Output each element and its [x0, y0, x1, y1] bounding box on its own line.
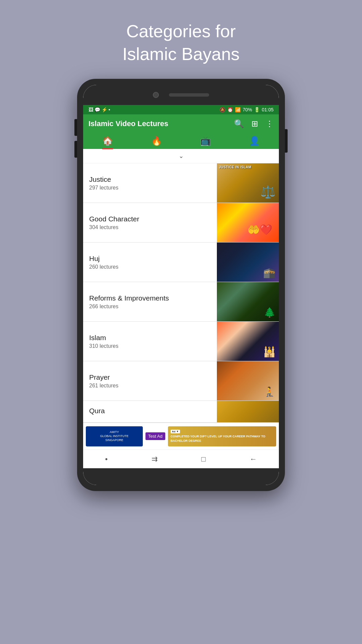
nav-tabs: 🏠 🔥 📺 👤 [83, 133, 279, 149]
search-icon[interactable]: 🔍 [234, 119, 244, 128]
category-info: Islam 310 lectures [83, 322, 217, 361]
user-icon: 👤 [249, 136, 260, 146]
category-info: Justice 297 lectures [83, 163, 217, 203]
category-count: 266 lectures [89, 304, 211, 310]
front-camera [153, 92, 159, 98]
category-info: Qura [83, 401, 217, 422]
phone-bottom [83, 468, 279, 485]
status-left-icons: 🖼 💬 ⚡ • [88, 107, 110, 112]
ad-promo-text: COMPLETED YOUR DIP? LEVEL UP YOUR CAREER… [171, 434, 274, 443]
app-bar: Islamic Video Lectures 🔍 ⊞ ⋮ [83, 114, 279, 133]
category-item-prayer[interactable]: Prayer 261 lectures 🧎 [83, 361, 279, 401]
ad-banner[interactable]: AMITY GLOBAL INSTITUTE SINGAPORE Test Ad… [83, 423, 279, 449]
category-thumbnail-prayer: 🧎 [217, 361, 279, 400]
category-thumbnail-islam: 🕌 [217, 322, 279, 361]
category-info: Good Character 304 lectures [83, 203, 217, 242]
category-item-good-character[interactable]: Good Character 304 lectures 🤲❤️ [83, 203, 279, 243]
kaaba-icon: 🕋 [263, 267, 276, 278]
category-item-reforms[interactable]: Reforms & Improvements 266 lectures 🌲 [83, 282, 279, 322]
play-icon: 📺 [200, 136, 211, 146]
volume-up-button[interactable] [74, 119, 77, 136]
power-button[interactable] [285, 129, 288, 153]
battery-icon: 🔋 [254, 107, 260, 112]
system-nav-bar: • ⇉ □ ← [83, 449, 279, 468]
category-info: Huj 260 lectures [83, 243, 217, 282]
category-list: Justice 297 lectures JUSTICE IN ISLAM ⚖️… [83, 163, 279, 423]
nav-tab-home[interactable]: 🏠 [102, 136, 113, 146]
category-name: Prayer [89, 373, 211, 381]
alarm-icon: ⏰ [227, 107, 233, 112]
category-thumbnail-qura [217, 401, 279, 422]
category-name: Qura [89, 407, 211, 415]
category-item-qura[interactable]: Qura [83, 401, 279, 423]
ad-badge: Ad ▼ [171, 430, 180, 433]
mosque-icon: 🕌 [263, 346, 276, 358]
camera-area [83, 85, 279, 105]
more-options-icon[interactable]: ⋮ [265, 119, 274, 128]
prayer-mat-icon: 🧎 [264, 386, 276, 397]
category-info: Prayer 261 lectures [83, 361, 217, 400]
category-thumbnail-huj: 🕋 [217, 243, 279, 282]
category-count: 310 lectures [89, 343, 211, 349]
home-button[interactable]: □ [201, 455, 206, 464]
category-item-huj[interactable]: Huj 260 lectures 🕋 [83, 243, 279, 282]
category-name: Huj [89, 255, 211, 263]
expand-chevron[interactable]: ⌄ [83, 149, 279, 163]
category-item-islam[interactable]: Islam 310 lectures 🕌 [83, 322, 279, 361]
scales-icon: ⚖️ [260, 185, 276, 199]
mute-icon: 🔕 [220, 107, 225, 112]
nav-tab-videos[interactable]: 📺 [200, 136, 211, 146]
category-name: Good Character [89, 215, 211, 223]
category-info: Reforms & Improvements 266 lectures [83, 282, 217, 321]
app-bar-actions: 🔍 ⊞ ⋮ [234, 119, 274, 128]
back-button[interactable]: ← [250, 455, 257, 464]
ad-image-left: AMITY GLOBAL INSTITUTE SINGAPORE [86, 426, 143, 446]
phone-frame: 🖼 💬 ⚡ • 🔕 ⏰ 📶 70% 🔋 01:05 Islamic Video … [77, 79, 285, 491]
status-right-info: 🔕 ⏰ 📶 70% 🔋 01:05 [220, 107, 274, 112]
category-thumbnail-good-character: 🤲❤️ [217, 203, 279, 242]
recent-apps-button[interactable]: • [105, 455, 108, 464]
category-count: 261 lectures [89, 383, 211, 389]
ad-label: Test Ad [145, 432, 165, 440]
phone-screen: 🖼 💬 ⚡ • 🔕 ⏰ 📶 70% 🔋 01:05 Islamic Video … [83, 85, 279, 485]
category-name: Reforms & Improvements [89, 294, 211, 302]
amity-text: AMITY GLOBAL INSTITUTE SINGAPORE [100, 430, 129, 442]
home-icon: 🏠 [102, 136, 113, 146]
ad-content-right: Ad ▼ COMPLETED YOUR DIP? LEVEL UP YOUR C… [168, 426, 276, 446]
wifi-icon: 📶 [235, 107, 241, 112]
volume-down-button[interactable] [74, 141, 77, 158]
image-overlay-text: JUSTICE IN ISLAM [219, 165, 251, 169]
nav-tab-profile[interactable]: 👤 [249, 136, 260, 146]
heart-hands-icon: 🤲❤️ [247, 224, 272, 235]
category-thumbnail-reforms: 🌲 [217, 282, 279, 321]
category-thumbnail-justice: JUSTICE IN ISLAM ⚖️ [217, 163, 279, 203]
status-bar: 🖼 💬 ⚡ • 🔕 ⏰ 📶 70% 🔋 01:05 [83, 105, 279, 114]
notification-icons: 🖼 💬 ⚡ • [88, 107, 110, 112]
nav-tab-trending[interactable]: 🔥 [151, 136, 162, 146]
speaker-grille [169, 93, 209, 97]
category-count: 304 lectures [89, 224, 211, 230]
forward-button[interactable]: ⇉ [152, 455, 158, 464]
category-count: 260 lectures [89, 264, 211, 270]
forest-icon: 🌲 [264, 307, 276, 318]
category-item-justice[interactable]: Justice 297 lectures JUSTICE IN ISLAM ⚖️ [83, 163, 279, 203]
page-title: Categories forIslamic Bayans [122, 20, 240, 65]
battery-level: 70% [243, 107, 252, 112]
clock: 01:05 [262, 107, 274, 112]
fire-icon: 🔥 [151, 136, 162, 146]
category-count: 297 lectures [89, 185, 211, 191]
category-name: Islam [89, 334, 211, 342]
app-title: Islamic Video Lectures [88, 119, 168, 128]
category-name: Justice [89, 175, 211, 183]
grid-view-icon[interactable]: ⊞ [251, 119, 258, 128]
